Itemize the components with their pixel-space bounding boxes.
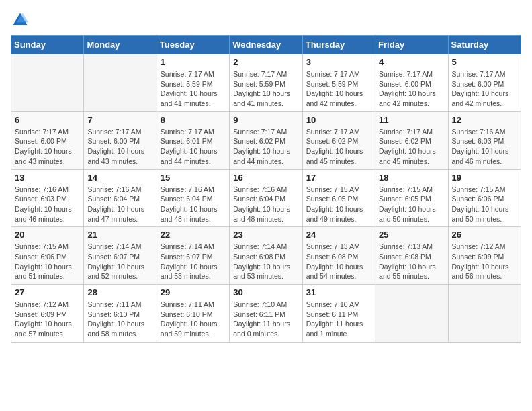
day-number: 11 — [379, 115, 444, 125]
day-detail: Sunrise: 7:17 AM Sunset: 5:59 PM Dayligh… — [161, 69, 226, 109]
day-detail: Sunrise: 7:12 AM Sunset: 6:09 PM Dayligh… — [15, 300, 80, 339]
calendar-cell: 7Sunrise: 7:17 AM Sunset: 6:00 PM Daylig… — [84, 111, 157, 169]
calendar-cell: 14Sunrise: 7:16 AM Sunset: 6:04 PM Dayli… — [84, 169, 157, 227]
day-number: 18 — [379, 173, 444, 183]
day-detail: Sunrise: 7:17 AM Sunset: 6:01 PM Dayligh… — [161, 127, 226, 167]
day-detail: Sunrise: 7:14 AM Sunset: 6:08 PM Dayligh… — [233, 242, 298, 281]
calendar-header-row: SundayMondayTuesdayWednesdayThursdayFrid… — [11, 36, 521, 54]
calendar-week-row: 27Sunrise: 7:12 AM Sunset: 6:09 PM Dayli… — [11, 285, 521, 342]
day-detail: Sunrise: 7:15 AM Sunset: 6:05 PM Dayligh… — [306, 185, 371, 224]
calendar-cell: 4Sunrise: 7:17 AM Sunset: 6:00 PM Daylig… — [375, 54, 448, 112]
day-number: 16 — [233, 173, 298, 183]
day-detail: Sunrise: 7:17 AM Sunset: 5:59 PM Dayligh… — [233, 69, 298, 109]
weekday-header: Tuesday — [157, 36, 229, 54]
day-detail: Sunrise: 7:17 AM Sunset: 5:59 PM Dayligh… — [306, 69, 371, 109]
day-number: 4 — [379, 57, 444, 67]
day-number: 8 — [161, 115, 226, 125]
day-number: 29 — [161, 287, 226, 298]
day-detail: Sunrise: 7:15 AM Sunset: 6:06 PM Dayligh… — [15, 242, 80, 281]
calendar-cell: 15Sunrise: 7:16 AM Sunset: 6:04 PM Dayli… — [157, 169, 229, 227]
day-detail: Sunrise: 7:16 AM Sunset: 6:03 PM Dayligh… — [452, 127, 517, 167]
calendar-cell: 5Sunrise: 7:17 AM Sunset: 6:00 PM Daylig… — [448, 54, 521, 112]
calendar-cell: 24Sunrise: 7:13 AM Sunset: 6:08 PM Dayli… — [302, 227, 375, 285]
calendar-cell: 9Sunrise: 7:17 AM Sunset: 6:02 PM Daylig… — [230, 111, 302, 169]
day-detail: Sunrise: 7:17 AM Sunset: 6:02 PM Dayligh… — [233, 127, 298, 167]
day-number: 23 — [233, 230, 298, 240]
day-detail: Sunrise: 7:17 AM Sunset: 6:02 PM Dayligh… — [379, 127, 444, 167]
calendar-cell: 6Sunrise: 7:17 AM Sunset: 6:00 PM Daylig… — [11, 111, 84, 169]
day-detail: Sunrise: 7:11 AM Sunset: 6:10 PM Dayligh… — [87, 300, 152, 339]
day-detail: Sunrise: 7:12 AM Sunset: 6:09 PM Dayligh… — [452, 242, 517, 281]
weekday-header: Thursday — [302, 36, 375, 54]
calendar-cell: 12Sunrise: 7:16 AM Sunset: 6:03 PM Dayli… — [448, 111, 521, 169]
day-number: 15 — [161, 173, 226, 183]
day-number: 2 — [233, 57, 298, 67]
day-number: 27 — [15, 287, 80, 298]
calendar-cell — [11, 54, 84, 112]
day-number: 25 — [379, 230, 444, 240]
calendar-cell: 17Sunrise: 7:15 AM Sunset: 6:05 PM Dayli… — [302, 169, 375, 227]
day-detail: Sunrise: 7:17 AM Sunset: 6:00 PM Dayligh… — [87, 127, 152, 167]
day-detail: Sunrise: 7:14 AM Sunset: 6:07 PM Dayligh… — [87, 242, 152, 281]
calendar-cell: 13Sunrise: 7:16 AM Sunset: 6:03 PM Dayli… — [11, 169, 84, 227]
day-detail: Sunrise: 7:15 AM Sunset: 6:06 PM Dayligh… — [452, 185, 517, 224]
day-number: 24 — [306, 230, 371, 240]
day-number: 31 — [306, 287, 371, 298]
day-number: 20 — [15, 230, 80, 240]
weekday-header: Monday — [84, 36, 157, 54]
day-detail: Sunrise: 7:17 AM Sunset: 6:00 PM Dayligh… — [452, 69, 517, 109]
weekday-header: Wednesday — [230, 36, 302, 54]
calendar-cell: 20Sunrise: 7:15 AM Sunset: 6:06 PM Dayli… — [11, 227, 84, 285]
weekday-header: Sunday — [11, 36, 84, 54]
day-number: 1 — [161, 57, 226, 67]
calendar-cell: 21Sunrise: 7:14 AM Sunset: 6:07 PM Dayli… — [84, 227, 157, 285]
calendar-cell — [84, 54, 157, 112]
day-number: 14 — [87, 173, 152, 183]
day-number: 3 — [306, 57, 371, 67]
day-detail: Sunrise: 7:17 AM Sunset: 6:00 PM Dayligh… — [15, 127, 80, 167]
day-detail: Sunrise: 7:17 AM Sunset: 6:00 PM Dayligh… — [379, 69, 444, 109]
day-detail: Sunrise: 7:13 AM Sunset: 6:08 PM Dayligh… — [306, 242, 371, 281]
calendar-week-row: 13Sunrise: 7:16 AM Sunset: 6:03 PM Dayli… — [11, 169, 521, 227]
day-number: 17 — [306, 173, 371, 183]
day-detail: Sunrise: 7:11 AM Sunset: 6:10 PM Dayligh… — [161, 300, 226, 339]
logo — [11, 11, 32, 30]
calendar-cell: 2Sunrise: 7:17 AM Sunset: 5:59 PM Daylig… — [230, 54, 302, 112]
day-detail: Sunrise: 7:16 AM Sunset: 6:04 PM Dayligh… — [233, 185, 298, 224]
day-number: 28 — [87, 287, 152, 298]
calendar-table: SundayMondayTuesdayWednesdayThursdayFrid… — [11, 35, 521, 342]
calendar-cell: 31Sunrise: 7:10 AM Sunset: 6:11 PM Dayli… — [302, 285, 375, 342]
day-number: 22 — [161, 230, 226, 240]
day-detail: Sunrise: 7:16 AM Sunset: 6:03 PM Dayligh… — [15, 185, 80, 224]
logo-icon — [11, 11, 30, 30]
calendar-cell: 30Sunrise: 7:10 AM Sunset: 6:11 PM Dayli… — [230, 285, 302, 342]
calendar-cell — [375, 285, 448, 342]
day-detail: Sunrise: 7:16 AM Sunset: 6:04 PM Dayligh… — [161, 185, 226, 224]
calendar-week-row: 20Sunrise: 7:15 AM Sunset: 6:06 PM Dayli… — [11, 227, 521, 285]
day-number: 7 — [87, 115, 152, 125]
calendar-week-row: 1Sunrise: 7:17 AM Sunset: 5:59 PM Daylig… — [11, 54, 521, 112]
calendar-cell: 25Sunrise: 7:13 AM Sunset: 6:08 PM Dayli… — [375, 227, 448, 285]
day-detail: Sunrise: 7:10 AM Sunset: 6:11 PM Dayligh… — [306, 300, 371, 339]
page-header — [11, 11, 521, 30]
weekday-header: Friday — [375, 36, 448, 54]
day-number: 10 — [306, 115, 371, 125]
day-number: 21 — [87, 230, 152, 240]
day-detail: Sunrise: 7:16 AM Sunset: 6:04 PM Dayligh… — [87, 185, 152, 224]
day-detail: Sunrise: 7:13 AM Sunset: 6:08 PM Dayligh… — [379, 242, 444, 281]
day-detail: Sunrise: 7:17 AM Sunset: 6:02 PM Dayligh… — [306, 127, 371, 167]
day-detail: Sunrise: 7:14 AM Sunset: 6:07 PM Dayligh… — [161, 242, 226, 281]
calendar-cell: 11Sunrise: 7:17 AM Sunset: 6:02 PM Dayli… — [375, 111, 448, 169]
calendar-cell: 16Sunrise: 7:16 AM Sunset: 6:04 PM Dayli… — [230, 169, 302, 227]
day-number: 12 — [452, 115, 517, 125]
day-number: 6 — [15, 115, 80, 125]
day-number: 26 — [452, 230, 517, 240]
day-detail: Sunrise: 7:10 AM Sunset: 6:11 PM Dayligh… — [233, 300, 298, 339]
day-number: 30 — [233, 287, 298, 298]
day-number: 13 — [15, 173, 80, 183]
day-number: 19 — [452, 173, 517, 183]
calendar-cell: 18Sunrise: 7:15 AM Sunset: 6:05 PM Dayli… — [375, 169, 448, 227]
calendar-cell — [448, 285, 521, 342]
weekday-header: Saturday — [448, 36, 521, 54]
calendar-cell: 22Sunrise: 7:14 AM Sunset: 6:07 PM Dayli… — [157, 227, 229, 285]
